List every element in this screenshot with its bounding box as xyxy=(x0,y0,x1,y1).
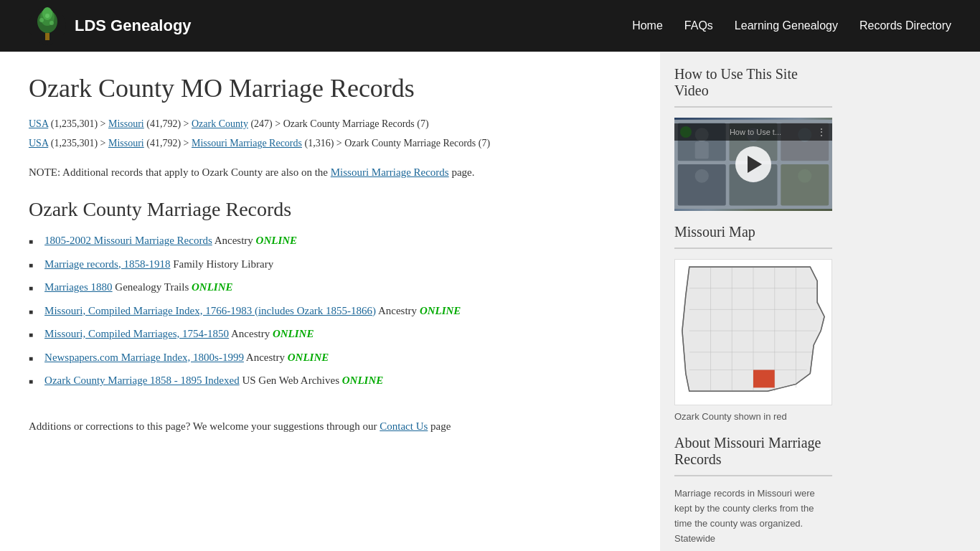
sidebar-map-title: Missouri Map xyxy=(674,224,832,240)
sidebar-divider-2 xyxy=(674,248,832,249)
online-badge-1: ONLINE xyxy=(256,235,298,246)
list-item: Missouri, Compiled Marriages, 1754-1850 … xyxy=(29,326,631,342)
record-link-4[interactable]: Missouri, Compiled Marriage Index, 1766-… xyxy=(44,305,376,316)
breadcrumb-usa-2[interactable]: USA xyxy=(29,138,48,149)
breadcrumb-usa-1[interactable]: USA xyxy=(29,118,48,129)
list-item-content: Marriages 1880 Genealogy Trails ONLINE xyxy=(44,279,233,296)
record-link-5[interactable]: Missouri, Compiled Marriages, 1754-1850 xyxy=(44,328,229,339)
list-item-content: 1805-2002 Missouri Marriage Records Ance… xyxy=(44,232,297,249)
breadcrumb-1: USA (1,235,301) > Missouri (41,792) > Oz… xyxy=(29,116,631,131)
breadcrumb-missouri-1[interactable]: Missouri xyxy=(108,118,144,129)
list-item: Marriage records, 1858-1918 Family Histo… xyxy=(29,256,631,273)
missouri-map-svg xyxy=(675,260,831,402)
record-link-3[interactable]: Marriages 1880 xyxy=(44,281,113,293)
site-header: LDS Genealogy Home FAQs Learning Genealo… xyxy=(0,0,980,52)
online-badge-6: ONLINE xyxy=(288,352,329,363)
section-title: Ozark County Marriage Records xyxy=(29,198,631,221)
list-item: Missouri, Compiled Marriage Index, 1766-… xyxy=(29,303,631,319)
video-thumbnail[interactable]: How to Use t... ⋮ xyxy=(674,118,832,211)
list-item: Marriages 1880 Genealogy Trails ONLINE xyxy=(29,279,631,296)
map-container xyxy=(674,259,832,405)
nav-faqs[interactable]: FAQs xyxy=(684,19,713,32)
map-section: Missouri Map xyxy=(674,224,832,422)
record-link-6[interactable]: Newspapers.com Marriage Index, 1800s-199… xyxy=(44,352,244,363)
play-triangle-icon xyxy=(748,156,762,173)
nav-home[interactable]: Home xyxy=(632,19,663,32)
sidebar-divider-3 xyxy=(674,475,832,476)
list-item: 1805-2002 Missouri Marriage Records Ance… xyxy=(29,232,631,249)
online-badge-7: ONLINE xyxy=(342,375,384,386)
sidebar: How to Use This Site Video xyxy=(660,52,847,551)
page-title: Ozark County MO Marriage Records xyxy=(29,73,631,103)
additions-paragraph: Additions or corrections to this page? W… xyxy=(29,418,631,435)
logo-area[interactable]: LDS Genealogy xyxy=(29,7,192,44)
sidebar-divider-1 xyxy=(674,106,832,108)
breadcrumb-2: USA (1,235,301) > Missouri (41,792) > Mi… xyxy=(29,136,631,151)
breadcrumb-ozark-county-1[interactable]: Ozark County xyxy=(192,118,248,129)
online-badge-4: ONLINE xyxy=(420,305,461,316)
list-item-content: Ozark County Marriage 1858 - 1895 Indexe… xyxy=(44,372,383,389)
online-badge-3: ONLINE xyxy=(192,281,233,293)
play-button[interactable] xyxy=(735,146,771,182)
svg-point-5 xyxy=(39,18,44,22)
list-item: Newspapers.com Marriage Index, 1800s-199… xyxy=(29,349,631,366)
list-item: Ozark County Marriage 1858 - 1895 Indexe… xyxy=(29,372,631,389)
svg-rect-33 xyxy=(753,370,775,388)
breadcrumb-mo-marriage[interactable]: Missouri Marriage Records xyxy=(192,138,302,149)
page-wrapper: Ozark County MO Marriage Records USA (1,… xyxy=(0,52,980,551)
online-badge-5: ONLINE xyxy=(273,328,314,339)
list-item-content: Newspapers.com Marriage Index, 1800s-199… xyxy=(44,349,329,366)
record-link-7[interactable]: Ozark County Marriage 1858 - 1895 Indexe… xyxy=(44,375,240,386)
map-caption: Ozark County shown in red xyxy=(674,411,832,422)
main-nav: Home FAQs Learning Genealogy Records Dir… xyxy=(632,19,951,32)
breadcrumb-missouri-2[interactable]: Missouri xyxy=(108,138,144,149)
main-content: Ozark County MO Marriage Records USA (1,… xyxy=(0,52,660,551)
record-link-1[interactable]: 1805-2002 Missouri Marriage Records xyxy=(44,235,212,246)
svg-rect-1 xyxy=(45,33,50,40)
list-item-content: Missouri, Compiled Marriage Index, 1766-… xyxy=(44,303,461,319)
records-list: 1805-2002 Missouri Marriage Records Ance… xyxy=(29,232,631,389)
svg-point-6 xyxy=(50,21,54,25)
contact-us-link[interactable]: Contact Us xyxy=(380,420,428,432)
note-link-mo-marriage[interactable]: Missouri Marriage Records xyxy=(331,166,449,178)
about-section: About Missouri Marriage Records Marriage… xyxy=(674,435,832,546)
list-item-content: Missouri, Compiled Marriages, 1754-1850 … xyxy=(44,326,314,342)
list-item-content: Marriage records, 1858-1918 Family Histo… xyxy=(44,256,273,273)
sidebar-video-title: How to Use This Site Video xyxy=(674,66,832,99)
svg-point-7 xyxy=(45,14,50,18)
record-link-2[interactable]: Marriage records, 1858-1918 xyxy=(44,258,170,270)
sidebar-about-title: About Missouri Marriage Records xyxy=(674,435,832,468)
about-text: Marriage records in Missouri were kept b… xyxy=(674,486,832,546)
logo-tree-icon xyxy=(29,7,66,44)
video-overlay[interactable] xyxy=(674,118,832,211)
nav-records-dir[interactable]: Records Directory xyxy=(859,19,951,32)
logo-text: LDS Genealogy xyxy=(75,17,192,35)
note-paragraph: NOTE: Additional records that apply to O… xyxy=(29,164,631,181)
nav-learning[interactable]: Learning Genealogy xyxy=(735,19,838,32)
